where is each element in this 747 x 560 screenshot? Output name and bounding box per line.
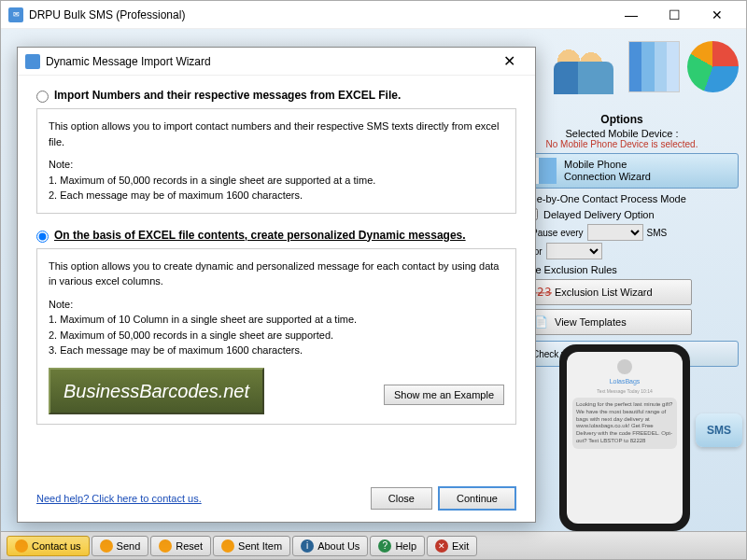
- option1-description: This option allows you to import contact…: [49, 119, 504, 149]
- import-wizard-dialog: Dynamic Message Import Wizard ✕ Import N…: [17, 47, 536, 523]
- option2-note-title: Note:: [49, 297, 504, 313]
- help-icon: ?: [378, 539, 391, 553]
- phone-contact: LolasBags: [572, 378, 677, 385]
- bottom-toolbar: Contact us Send Reset Sent Item iAbout U…: [1, 531, 746, 559]
- dialog-footer: Need help? Click here to contact us. Clo…: [36, 486, 516, 511]
- option2-radio-input[interactable]: [36, 231, 49, 243]
- avatar-icon: [617, 359, 632, 374]
- app-icon: ✉: [8, 7, 23, 22]
- envelope-icon: [100, 539, 113, 553]
- dialog-icon: [25, 54, 40, 69]
- dialog-continue-btn[interactable]: Continue: [438, 486, 516, 511]
- close-button[interactable]: ✕: [696, 1, 739, 29]
- view-templates-button[interactable]: 📄 View Templates: [524, 309, 692, 335]
- info-icon: i: [301, 539, 314, 553]
- send-button[interactable]: Send: [92, 536, 149, 556]
- about-button[interactable]: iAbout Us: [292, 536, 368, 556]
- options-title: Options: [505, 113, 739, 126]
- bar-chart-icon: [628, 41, 680, 92]
- dialog-close-button[interactable]: ✕: [490, 49, 528, 75]
- option2-box: This option allows you to create dynamic…: [36, 248, 516, 425]
- option1-radio-input[interactable]: [36, 91, 49, 103]
- pause-for-row: for: [531, 243, 739, 259]
- phone-screen: LolasBags Text Message Today 10:14 Looki…: [567, 352, 683, 524]
- option2-note-3: 3. Each message may be of maximum 1600 c…: [49, 343, 504, 358]
- phone-msg-header: Text Message Today 10:14: [572, 388, 677, 394]
- main-title: DRPU Bulk SMS (Professional): [29, 8, 610, 21]
- folder-icon: [221, 539, 234, 553]
- option2-radio[interactable]: On the basis of EXCEL file contents, cre…: [36, 229, 516, 243]
- help-link[interactable]: Need help? Click here to contact us.: [36, 493, 202, 504]
- sms-bubble-icon: SMS: [696, 413, 742, 447]
- contact-us-button[interactable]: Contact us: [7, 536, 90, 556]
- dialog-title: Dynamic Message Import Wizard: [46, 55, 490, 68]
- exclusion-rules-check[interactable]: Use Exclusion Rules: [505, 263, 739, 275]
- reset-icon: [159, 539, 172, 553]
- minimize-button[interactable]: —: [610, 1, 653, 29]
- dialog-body: Import Numbers and their respective mess…: [18, 76, 535, 453]
- connection-wizard-button[interactable]: Mobile Phone Connection Wizard: [505, 153, 739, 189]
- device-status: No Mobile Phone Device is selected.: [505, 139, 739, 149]
- pie-chart-icon: [687, 41, 739, 92]
- pause-duration-select[interactable]: [546, 243, 602, 259]
- connection-wizard-label: Mobile Phone Connection Wizard: [564, 159, 651, 183]
- option2-note-1: 1. Maximum of 10 Column in a single shee…: [49, 312, 504, 328]
- maximize-button[interactable]: ☐: [653, 1, 696, 29]
- sent-item-button[interactable]: Sent Item: [213, 536, 290, 556]
- option2-description: This option allows you to create dynamic…: [49, 259, 504, 289]
- close-icon: ✕: [435, 539, 448, 553]
- option2-note-2: 2. Maximum of 50,000 records in a single…: [49, 328, 504, 343]
- pause-count-select[interactable]: [587, 224, 643, 241]
- option1-box: This option allows you to import contact…: [36, 108, 516, 214]
- option2-label: On the basis of EXCEL file contents, cre…: [54, 229, 466, 242]
- option1-note-title: Note:: [49, 157, 504, 173]
- dialog-close-btn[interactable]: Close: [371, 487, 432, 510]
- reset-button[interactable]: Reset: [150, 536, 211, 556]
- option1-note-2: 2. Each message may be of maximum 1600 c…: [49, 188, 504, 203]
- options-panel: Options Selected Mobile Device : No Mobi…: [505, 113, 739, 372]
- option1-label: Import Numbers and their respective mess…: [54, 89, 401, 102]
- person-icon: [15, 539, 28, 553]
- people-icon: [546, 38, 621, 94]
- watermark: BusinessBarcodes.net: [49, 368, 264, 414]
- exit-button[interactable]: ✕Exit: [427, 536, 477, 556]
- show-example-button[interactable]: Show me an Example: [384, 385, 504, 405]
- pause-every-row: Pause every SMS: [531, 224, 739, 241]
- option1-note-1: 1. Maximum of 50,000 records in a single…: [49, 173, 504, 189]
- device-label: Selected Mobile Device :: [505, 128, 739, 139]
- delayed-delivery-check[interactable]: Delayed Delivery Option: [526, 208, 739, 220]
- help-button[interactable]: ?Help: [370, 536, 425, 556]
- exclusion-list-button[interactable]: 1̶2̶3̶ Exclusion List Wizard: [524, 279, 692, 305]
- main-titlebar: ✉ DRPU Bulk SMS (Professional) — ☐ ✕: [1, 1, 746, 29]
- phone-preview: LolasBags Text Message Today 10:14 Looki…: [559, 344, 690, 531]
- option1-radio[interactable]: Import Numbers and their respective mess…: [36, 89, 516, 103]
- process-mode-radio[interactable]: One-by-One Contact Process Mode: [505, 192, 739, 204]
- dialog-titlebar[interactable]: Dynamic Message Import Wizard ✕: [18, 48, 535, 76]
- phone-message: Looking for the perfect last minute gift…: [572, 398, 677, 449]
